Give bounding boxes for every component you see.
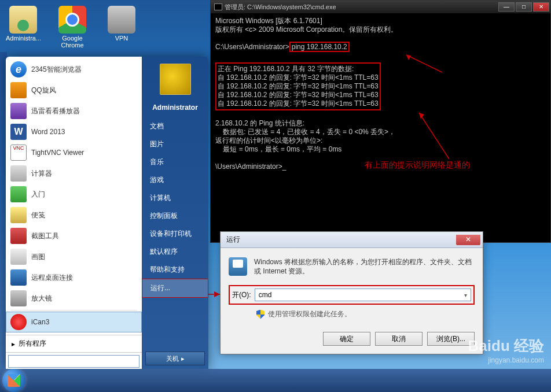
item-label: 截图工具 xyxy=(31,231,59,241)
run-dialog: 运行 ✕ Windows 将根据您所输入的名称，为您打开相应的程序、文件夹、文档… xyxy=(220,231,483,354)
user-avatar[interactable] xyxy=(160,64,191,95)
start-menu-item[interactable]: QQ旋风 xyxy=(6,80,142,101)
maximize-button[interactable]: □ xyxy=(516,2,532,12)
icon-label: VPN xyxy=(104,35,139,42)
start-button[interactable] xyxy=(2,369,25,392)
cmd-icon xyxy=(214,3,222,10)
item-label: Word 2013 xyxy=(31,128,65,136)
shutdown-button[interactable]: 关机▸ xyxy=(145,352,205,365)
app-icon xyxy=(10,165,27,182)
item-label: 迅雷看看播放器 xyxy=(31,106,80,116)
start-search-input[interactable] xyxy=(8,355,139,368)
minimize-button[interactable]: — xyxy=(498,2,515,12)
start-menu-item[interactable]: iCan3 xyxy=(6,312,142,332)
start-menu-item[interactable]: VNCTightVNC Viewer xyxy=(6,142,142,163)
app-icon xyxy=(10,290,27,306)
start-right-link[interactable]: 文档 xyxy=(142,117,208,135)
run-icon xyxy=(229,257,247,276)
item-label: TightVNC Viewer xyxy=(31,149,84,157)
app-icon xyxy=(10,249,27,265)
cmd-title-text: 管理员: C:\Windows\system32\cmd.exe xyxy=(225,3,336,12)
start-menu-item[interactable]: 入门 xyxy=(6,184,142,205)
cmd-window: 管理员: C:\Windows\system32\cmd.exe — □ ✕ M… xyxy=(210,0,551,243)
app-icon xyxy=(10,103,27,119)
cancel-button[interactable]: 取消 xyxy=(375,332,423,346)
start-right-link[interactable]: 帮助和支持 xyxy=(142,261,208,279)
desktop-icons: Administra... Google Chrome VPN xyxy=(6,6,139,49)
item-label: 画图 xyxy=(31,252,45,262)
item-label: 2345智能浏览器 xyxy=(31,65,82,75)
start-menu-right-pane: Administrator 文档图片音乐游戏计算机控制面板设备和打印机默认程序帮… xyxy=(142,57,208,369)
close-button[interactable]: ✕ xyxy=(456,235,480,245)
icon-label: Administra... xyxy=(6,35,41,42)
start-right-link[interactable]: 运行... xyxy=(142,279,208,298)
run-title-text: 运行 xyxy=(226,235,240,245)
chevron-right-icon: ▸ xyxy=(181,355,185,363)
app-icon xyxy=(10,82,27,98)
start-menu-item[interactable]: 便笺 xyxy=(6,205,142,225)
start-menu-item[interactable]: 2345智能浏览器 xyxy=(6,59,142,80)
open-value: cmd xyxy=(259,291,272,299)
pinned-programs-list: 2345智能浏览器QQ旋风迅雷看看播放器WWord 2013VNCTightVN… xyxy=(6,57,142,335)
desktop-icon-administrator[interactable]: Administra... xyxy=(6,6,41,49)
item-label: 便笺 xyxy=(31,210,45,220)
chevron-right-icon: ▸ xyxy=(12,340,15,348)
item-label: 放大镜 xyxy=(31,294,52,304)
app-icon: VNC xyxy=(10,145,27,161)
start-menu-item[interactable]: 远程桌面连接 xyxy=(6,267,142,288)
search-box-container xyxy=(6,352,142,369)
start-menu-item[interactable]: 画图 xyxy=(6,246,142,267)
cmd-titlebar[interactable]: 管理员: C:\Windows\system32\cmd.exe — □ ✕ xyxy=(211,1,550,13)
cmd-output[interactable]: Microsoft Windows [版本 6.1.7601] 版权所有 <c>… xyxy=(211,13,550,175)
start-right-link[interactable]: 图片 xyxy=(142,135,208,153)
start-menu-item[interactable]: 计算器 xyxy=(6,163,142,184)
start-right-link[interactable]: 计算机 xyxy=(142,189,208,207)
open-combobox[interactable]: cmd xyxy=(255,289,471,301)
app-icon xyxy=(10,228,27,244)
vpn-icon xyxy=(108,6,135,34)
chrome-icon xyxy=(58,6,86,34)
all-programs-button[interactable]: ▸ 所有程序 xyxy=(6,335,142,352)
item-label: 远程桌面连接 xyxy=(31,273,73,283)
app-icon xyxy=(10,207,27,223)
start-right-link[interactable]: 游戏 xyxy=(142,171,208,189)
item-label: QQ旋风 xyxy=(31,86,56,95)
app-icon xyxy=(10,61,27,77)
app-icon xyxy=(10,269,27,286)
highlighted-ping-output: 正在 Ping 192.168.10.2 具有 32 字节的数据: 自 192.… xyxy=(215,62,381,110)
taskbar xyxy=(0,369,551,392)
start-menu: 2345智能浏览器QQ旋风迅雷看看播放器WWord 2013VNCTightVN… xyxy=(6,57,208,369)
start-menu-item[interactable]: 截图工具 xyxy=(6,225,142,246)
username-label[interactable]: Administrator xyxy=(142,99,208,117)
uac-shield-icon xyxy=(256,310,265,319)
watermark: Baidu 经验 jingyan.baidu.com xyxy=(468,336,544,364)
desktop-icon-vpn[interactable]: VPN xyxy=(104,6,139,49)
start-right-link[interactable]: 控制面板 xyxy=(142,207,208,225)
separator xyxy=(10,310,137,310)
admin-note: 使用管理权限创建此任务。 xyxy=(268,309,351,319)
run-titlebar[interactable]: 运行 ✕ xyxy=(221,232,483,248)
start-right-link[interactable]: 设备和打印机 xyxy=(142,225,208,243)
app-icon xyxy=(10,314,27,330)
open-label: 开(O): xyxy=(232,290,251,300)
highlighted-command: ping 192.168.10.2 xyxy=(289,42,350,52)
start-menu-left-pane: 2345智能浏览器QQ旋风迅雷看看播放器WWord 2013VNCTightVN… xyxy=(6,57,142,369)
item-label: 计算器 xyxy=(31,169,52,179)
desktop-icon-chrome[interactable]: Google Chrome xyxy=(55,6,90,49)
start-menu-item[interactable]: 放大镜 xyxy=(6,288,142,309)
highlighted-input-row: 开(O): cmd xyxy=(229,285,475,305)
start-menu-item[interactable]: WWord 2013 xyxy=(6,121,142,142)
start-menu-item[interactable]: 迅雷看看播放器 xyxy=(6,101,142,121)
start-right-link[interactable]: 音乐 xyxy=(142,153,208,171)
annotation-text: 有上面的提示说明网络是通的 xyxy=(365,160,470,171)
ok-button[interactable]: 确定 xyxy=(323,332,370,346)
user-folder-icon xyxy=(9,6,37,34)
icon-label: Google Chrome xyxy=(55,35,90,49)
close-button[interactable]: ✕ xyxy=(533,2,549,12)
item-label: 入门 xyxy=(31,190,45,199)
start-right-link[interactable]: 默认程序 xyxy=(142,243,208,261)
app-icon xyxy=(10,186,27,202)
app-icon: W xyxy=(10,124,27,140)
all-programs-label: 所有程序 xyxy=(19,339,46,349)
run-description: Windows 将根据您所输入的名称，为您打开相应的程序、文件夹、文档或 Int… xyxy=(254,257,475,276)
